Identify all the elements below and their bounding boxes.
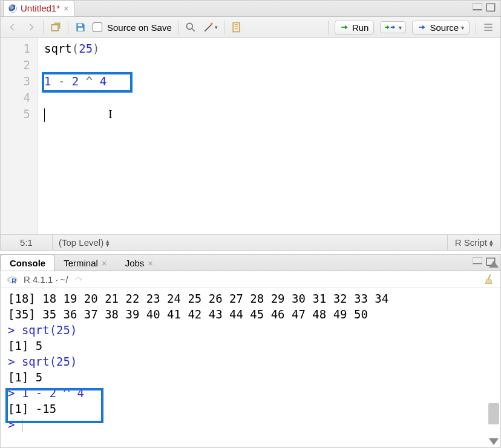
- code-editor[interactable]: 1 2 3 4 5 sqrt(25) 1 - 2 ^ 4 I: [1, 38, 500, 234]
- run-button[interactable]: Run: [335, 21, 375, 35]
- back-icon[interactable]: [7, 21, 19, 33]
- code-line: [44, 57, 113, 73]
- find-icon[interactable]: [185, 21, 197, 33]
- scroll-up-icon[interactable]: [489, 261, 499, 268]
- code-line: [44, 90, 113, 106]
- line-number: 4: [1, 90, 30, 106]
- code-line: 1 - 2 ^ 4: [44, 73, 113, 90]
- text-cursor: [44, 108, 45, 122]
- svg-rect-2: [78, 28, 83, 31]
- console-scrollbar[interactable]: [487, 288, 500, 447]
- line-number: 5: [1, 106, 30, 122]
- svg-rect-4: [233, 23, 240, 32]
- console-line: [1] 5: [8, 338, 500, 354]
- console-output[interactable]: [18] 18 19 20 21 22 23 24 25 26 27 28 29…: [1, 288, 500, 447]
- r-file-icon: [8, 4, 17, 13]
- svg-text:R: R: [11, 277, 16, 284]
- source-button-label: Source: [430, 22, 459, 33]
- svg-rect-0: [51, 25, 58, 31]
- editor-tab-title: Untitled1*: [21, 3, 60, 13]
- console-tabbar: Console Terminal× Jobs×: [1, 255, 500, 271]
- console-pane: Console Terminal× Jobs× R R 4.1.1 · ~/ […: [0, 254, 501, 448]
- updown-icon: ▴▾: [106, 239, 110, 246]
- editor-statusbar: 5:1 (Top Level) ▴▾ R Script ▴▾: [1, 234, 500, 250]
- tab-jobs[interactable]: Jobs×: [116, 254, 162, 271]
- editor-pane: Untitled1* × Source on Save: [0, 0, 501, 251]
- console-prompt[interactable]: >: [8, 417, 500, 432]
- console-line: > sqrt(25): [8, 322, 500, 338]
- share-icon[interactable]: [73, 275, 83, 284]
- run-button-label: Run: [352, 22, 369, 33]
- close-icon[interactable]: ×: [64, 3, 69, 13]
- console-line: [35] 35 36 37 38 39 40 41 42 43 44 45 46…: [8, 306, 500, 322]
- save-icon[interactable]: [74, 21, 87, 33]
- svg-point-3: [186, 23, 192, 29]
- source-on-save-label: Source on Save: [107, 22, 172, 33]
- pane-window-buttons: [473, 3, 496, 11]
- source-button[interactable]: Source ▾: [412, 21, 470, 35]
- close-icon[interactable]: ×: [102, 258, 107, 268]
- editor-tabbar: Untitled1* ×: [1, 1, 500, 17]
- mouse-ibeam-icon: I: [108, 108, 112, 120]
- forward-icon[interactable]: [25, 21, 37, 33]
- clear-console-icon[interactable]: [483, 273, 496, 287]
- updown-icon: ▴▾: [490, 239, 493, 246]
- svg-rect-1: [78, 24, 82, 26]
- notebook-icon[interactable]: [231, 21, 243, 33]
- code-text[interactable]: sqrt(25) 1 - 2 ^ 4 I: [38, 38, 113, 234]
- console-info-text: R 4.1.1 · ~/: [24, 274, 68, 285]
- minimize-pane-icon[interactable]: [473, 3, 482, 11]
- console-line: [18] 18 19 20 21 22 23 24 25 26 27 28 29…: [8, 291, 500, 306]
- scope-selector[interactable]: (Top Level) ▴▾: [53, 237, 447, 248]
- console-line: > sqrt(25): [8, 354, 500, 369]
- r-logo-icon: R: [7, 274, 19, 286]
- cursor-position[interactable]: 5:1: [1, 235, 53, 250]
- source-on-save-group[interactable]: Source on Save: [93, 22, 172, 33]
- maximize-pane-icon[interactable]: [486, 3, 496, 11]
- console-line: > 1 - 2 ^ 4: [8, 385, 500, 401]
- minimize-pane-icon[interactable]: [473, 257, 482, 265]
- code-line: I: [44, 106, 113, 122]
- line-gutter: 1 2 3 4 5: [1, 38, 38, 234]
- rerun-button[interactable]: ▾: [380, 21, 406, 33]
- line-number: 3: [1, 73, 30, 90]
- show-in-new-window-icon[interactable]: [50, 21, 62, 33]
- chevron-down-icon: ▾: [461, 24, 464, 31]
- chevron-down-icon: ▾: [399, 24, 402, 31]
- scroll-thumb[interactable]: [488, 403, 499, 424]
- line-number: 2: [1, 57, 30, 73]
- console-line: [1] -15: [8, 401, 500, 417]
- tab-console[interactable]: Console: [1, 254, 54, 271]
- close-icon[interactable]: ×: [148, 258, 153, 268]
- scroll-down-icon[interactable]: [489, 438, 499, 445]
- editor-toolbar: Source on Save ▾ Run ▾ Source ▾: [1, 17, 500, 38]
- code-line: sqrt(25): [44, 41, 113, 57]
- console-infobar: R R 4.1.1 · ~/: [1, 271, 500, 288]
- line-number: 1: [1, 41, 30, 57]
- checkbox-icon[interactable]: [93, 22, 102, 32]
- wand-icon[interactable]: ▾: [203, 21, 218, 33]
- language-selector[interactable]: R Script ▴▾: [447, 235, 500, 250]
- tab-terminal[interactable]: Terminal×: [54, 254, 116, 271]
- text-cursor: [22, 419, 22, 432]
- console-line: [1] 5: [8, 369, 500, 385]
- outline-icon[interactable]: [482, 21, 494, 33]
- editor-tab[interactable]: Untitled1* ×: [3, 0, 74, 16]
